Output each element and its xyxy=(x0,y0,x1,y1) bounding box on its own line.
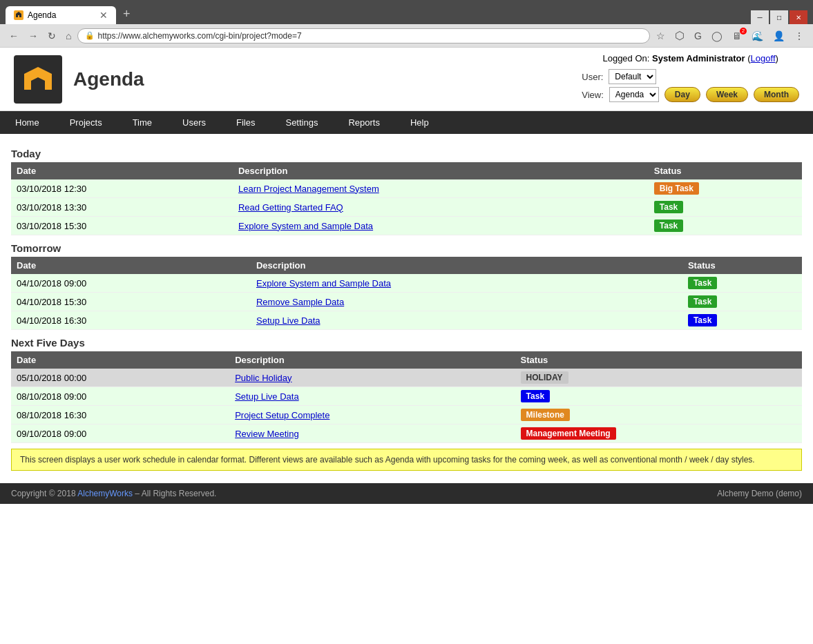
row-description[interactable]: Setup Live Data xyxy=(229,387,515,406)
info-bar-text: This screen displays a user work schedul… xyxy=(20,455,755,465)
next-five-col-desc: Description xyxy=(229,351,515,369)
ext1-button[interactable]: ⬡ xyxy=(671,28,688,43)
row-description[interactable]: Public Holiday xyxy=(229,369,515,387)
status-badge: Task xyxy=(654,201,683,213)
bookmark-button[interactable]: ☆ xyxy=(653,29,669,43)
row-description[interactable]: Read Getting Started FAQ xyxy=(233,198,649,217)
notification-badge: 2 xyxy=(740,28,747,35)
table-row: 04/10/2018 16:30Setup Live DataTask xyxy=(11,311,802,330)
row-status: HOLIDAY xyxy=(515,369,802,387)
ext4-button[interactable]: 🖥 2 xyxy=(729,29,745,43)
next-five-table: Date Description Status 05/10/2018 00:00… xyxy=(11,351,802,443)
status-badge: Task xyxy=(654,219,683,232)
user-label: User: xyxy=(582,72,603,82)
nav-reports[interactable]: Reports xyxy=(333,111,395,134)
active-tab[interactable]: Agenda ✕ xyxy=(6,6,116,24)
ext5-button[interactable]: 🌊 xyxy=(748,29,767,43)
row-date: 09/10/2018 09:00 xyxy=(11,425,229,443)
logoff-link[interactable]: Logoff xyxy=(751,53,776,64)
row-description[interactable]: Project Setup Complete xyxy=(229,406,515,425)
app-logo xyxy=(14,55,62,104)
new-tab-button[interactable]: + xyxy=(117,4,136,24)
row-status: Milestone xyxy=(515,406,802,425)
tab-title: Agenda xyxy=(28,10,56,20)
month-button[interactable]: Month xyxy=(754,87,799,102)
tab-close-button[interactable]: ✕ xyxy=(99,10,108,21)
view-control-row: View: Agenda Day Week Month xyxy=(582,87,799,102)
today-col-desc: Description xyxy=(233,162,649,179)
tomorrow-col-date: Date xyxy=(11,257,251,274)
back-button[interactable]: ← xyxy=(6,29,22,43)
status-badge: HOLIDAY xyxy=(521,371,568,384)
app-title: Agenda xyxy=(73,68,144,90)
table-row: 03/10/2018 13:30Read Getting Started FAQ… xyxy=(11,198,802,217)
app-controls: Logged On: System Administrator (Logoff)… xyxy=(582,53,799,105)
forward-button[interactable]: → xyxy=(25,29,41,43)
tab-favicon xyxy=(14,10,23,20)
status-badge: Task xyxy=(688,314,717,326)
row-status: Task xyxy=(682,274,802,293)
footer-link[interactable]: AlchemyWorks xyxy=(77,489,133,498)
nav-users[interactable]: Users xyxy=(167,111,221,134)
menu-button[interactable]: ⋮ xyxy=(791,29,807,43)
nav-home[interactable]: Home xyxy=(0,111,55,134)
nav-files[interactable]: Files xyxy=(221,111,270,134)
row-date: 08/10/2018 09:00 xyxy=(11,387,229,406)
today-section-title: Today xyxy=(11,148,802,159)
close-button[interactable]: ✕ xyxy=(790,10,807,24)
status-badge: Task xyxy=(688,295,717,308)
nav-time[interactable]: Time xyxy=(117,111,167,134)
tomorrow-col-status: Status xyxy=(682,257,802,274)
week-button[interactable]: Week xyxy=(706,87,748,102)
nav-help[interactable]: Help xyxy=(395,111,444,134)
app-title-block: Agenda xyxy=(73,68,144,90)
url-text: https://www.alchemyworks.com/cgi-bin/pro… xyxy=(97,31,642,41)
next-five-col-date: Date xyxy=(11,351,229,369)
nav-projects[interactable]: Projects xyxy=(55,111,117,134)
footer-demo: Alchemy Demo (demo) xyxy=(717,489,802,498)
info-bar: This screen displays a user work schedul… xyxy=(11,449,802,471)
user-select[interactable]: Default xyxy=(609,69,656,84)
today-table: Date Description Status 03/10/2018 12:30… xyxy=(11,162,802,235)
row-description[interactable]: Remove Sample Data xyxy=(251,293,682,311)
table-row: 05/10/2018 00:00Public HolidayHOLIDAY xyxy=(11,369,802,387)
user-control-row: User: Default xyxy=(582,69,799,84)
table-row: 04/10/2018 09:00Explore System and Sampl… xyxy=(11,274,802,293)
row-description[interactable]: Explore System and Sample Data xyxy=(251,274,682,293)
row-description[interactable]: Learn Project Management System xyxy=(233,179,649,198)
table-row: 08/10/2018 09:00Setup Live DataTask xyxy=(11,387,802,406)
lock-icon: 🔒 xyxy=(85,31,95,40)
row-description[interactable]: Review Meeting xyxy=(229,425,515,443)
app-header: Agenda Logged On: System Administrator (… xyxy=(0,48,813,111)
row-date: 05/10/2018 00:00 xyxy=(11,369,229,387)
logged-on-label: Logged On: xyxy=(602,53,649,64)
row-description[interactable]: Setup Live Data xyxy=(251,311,682,330)
window-controls[interactable]: ─ □ ✕ xyxy=(751,10,807,24)
row-status: Task xyxy=(649,198,802,217)
minimize-button[interactable]: ─ xyxy=(751,10,769,24)
row-description[interactable]: Explore System and Sample Data xyxy=(233,217,649,235)
tomorrow-table: Date Description Status 04/10/2018 09:00… xyxy=(11,257,802,330)
nav-settings[interactable]: Settings xyxy=(270,111,333,134)
url-bar[interactable]: 🔒 https://www.alchemyworks.com/cgi-bin/p… xyxy=(77,28,650,43)
browser-tabs: Agenda ✕ + xyxy=(6,4,136,24)
profile-button[interactable]: 👤 xyxy=(769,29,788,43)
view-select[interactable]: Agenda xyxy=(609,87,659,102)
row-date: 04/10/2018 09:00 xyxy=(11,274,251,293)
maximize-button[interactable]: □ xyxy=(770,10,788,24)
table-row: 03/10/2018 12:30Learn Project Management… xyxy=(11,179,802,198)
row-date: 03/10/2018 12:30 xyxy=(11,179,233,198)
svg-rect-4 xyxy=(31,81,38,90)
browser-chrome: Agenda ✕ + ─ □ ✕ xyxy=(0,0,813,24)
footer-copyright: Copyright © 2018 AlchemyWorks – All Righ… xyxy=(11,489,216,498)
home-button[interactable]: ⌂ xyxy=(62,29,75,43)
ext2-button[interactable]: G xyxy=(691,29,705,43)
footer: Copyright © 2018 AlchemyWorks – All Righ… xyxy=(0,483,813,504)
logged-on-line: Logged On: System Administrator (Logoff) xyxy=(582,53,799,64)
next-five-header-row: Date Description Status xyxy=(11,351,802,369)
row-date: 08/10/2018 16:30 xyxy=(11,406,229,425)
ext3-button[interactable]: ◯ xyxy=(708,29,726,43)
row-status: Task xyxy=(682,293,802,311)
day-button[interactable]: Day xyxy=(664,87,700,102)
refresh-button[interactable]: ↻ xyxy=(44,29,59,43)
